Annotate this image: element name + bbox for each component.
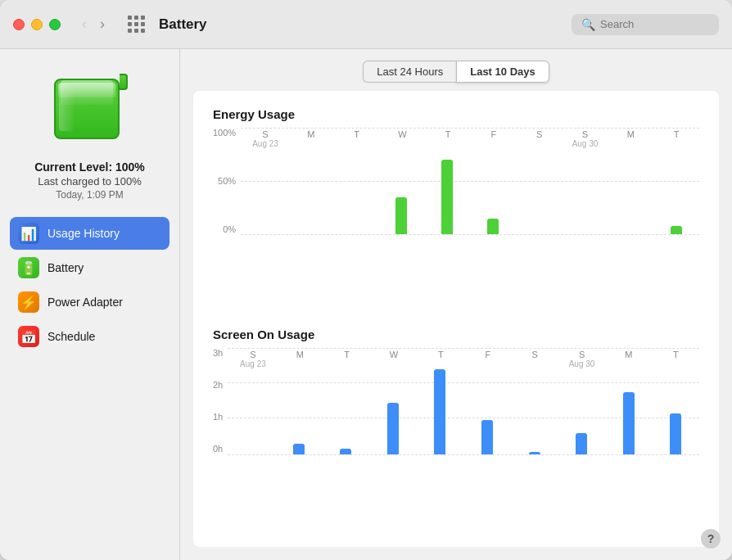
screen-bar [387, 403, 399, 454]
sidebar-item-label-power: Power Adapter [47, 296, 123, 309]
energy-day-group [653, 128, 699, 234]
titlebar: ‹ › Battery 🔍 [0, 0, 732, 49]
screen-y-1h: 1h [213, 412, 223, 422]
screen-chart-section: Screen On Usage 3h 2h 1h 0h [213, 327, 699, 531]
battery-body [54, 79, 120, 139]
screen-day-group [369, 348, 417, 454]
sidebar-item-power-adapter[interactable]: ⚡ Power Adapter [10, 286, 169, 318]
sidebar: Current Level: 100% Last charged to 100%… [0, 49, 180, 560]
close-button[interactable] [13, 19, 25, 30]
traffic-lights [13, 19, 61, 30]
sidebar-item-usage-history[interactable]: 📊 Usage History [10, 217, 169, 250]
search-box[interactable]: 🔍 [572, 14, 719, 35]
search-icon: 🔍 [581, 18, 595, 31]
energy-day-group [241, 128, 287, 234]
minimize-button[interactable] [31, 19, 43, 30]
tab-10d[interactable]: Last 10 Days [456, 61, 549, 83]
energy-bar [487, 219, 499, 235]
energy-chart-title: Energy Usage [213, 107, 699, 121]
sidebar-item-label-usage: Usage History [47, 227, 120, 240]
window-title: Battery [159, 16, 562, 33]
screen-bar [481, 420, 493, 454]
screen-bar [623, 392, 635, 454]
energy-day-group [332, 128, 378, 234]
energy-day-group [424, 128, 470, 234]
nav-arrows: ‹ › [77, 12, 110, 36]
tabs-bar: Last 24 Hours Last 10 Days [180, 49, 732, 91]
battery-icon-wrapper [49, 65, 131, 147]
energy-y-100: 100% [213, 128, 236, 138]
energy-day-group [287, 128, 332, 234]
energy-y-50: 50% [218, 176, 236, 186]
battery-highlight [59, 84, 75, 131]
screen-day-group [511, 348, 558, 454]
screen-day-group [228, 348, 275, 454]
screen-day-group [652, 348, 699, 454]
screen-bars [228, 348, 699, 454]
energy-day-group [470, 128, 516, 234]
app-grid-button[interactable] [123, 11, 149, 38]
battery-graphic [54, 74, 126, 139]
charts-container: Energy Usage 100% 50% 0% [193, 91, 719, 547]
screen-bar [529, 452, 540, 454]
back-button[interactable]: ‹ [77, 12, 92, 36]
screen-day-group [417, 348, 464, 454]
screen-chart-area: 3h 2h 1h 0h [213, 348, 699, 479]
tab-24h[interactable]: Last 24 Hours [363, 61, 456, 83]
energy-day-group [562, 128, 608, 234]
energy-chart-inner: SAug 23MTWTFSSAug 30MT [241, 128, 699, 259]
battery-cap [120, 74, 128, 90]
energy-day-group [378, 128, 424, 234]
energy-chart-area: 100% 50% 0% SA [213, 128, 699, 259]
sidebar-item-schedule[interactable]: 📅 Schedule [10, 320, 169, 353]
power-adapter-icon: ⚡ [18, 291, 39, 313]
screen-chart-title: Screen On Usage [213, 327, 699, 341]
battery-preferences-window: ‹ › Battery 🔍 [0, 0, 732, 560]
screen-y-0h: 0h [213, 444, 223, 454]
screen-chart-inner: SAug 23MTWTFSSAug 30MT [228, 348, 699, 479]
battery-charged: Last charged to 100% [34, 175, 145, 187]
screen-day-group [463, 348, 511, 454]
screen-y-labels: 3h 2h 1h 0h [213, 348, 228, 454]
sidebar-nav: 📊 Usage History 🔋 Battery ⚡ Power Adapte… [10, 217, 169, 355]
main-content: Current Level: 100% Last charged to 100%… [0, 49, 732, 560]
battery-status: Current Level: 100% Last charged to 100%… [34, 160, 145, 201]
battery-level: Current Level: 100% [34, 160, 145, 174]
screen-day-group [605, 348, 653, 454]
forward-button[interactable]: › [95, 12, 110, 36]
sidebar-item-label-battery: Battery [47, 261, 84, 274]
energy-bars [241, 128, 699, 234]
battery-nav-icon: 🔋 [18, 257, 39, 278]
energy-y-0: 0% [223, 224, 236, 234]
schedule-icon: 📅 [18, 326, 39, 347]
help-button[interactable]: ? [701, 529, 721, 549]
sidebar-item-battery[interactable]: 🔋 Battery [10, 251, 169, 284]
maximize-button[interactable] [49, 19, 61, 30]
energy-bar [441, 160, 453, 234]
screen-bar [293, 444, 305, 454]
screen-day-group [558, 348, 605, 454]
energy-day-group [516, 128, 562, 234]
battery-time: Today, 1:09 PM [34, 189, 145, 201]
search-input[interactable] [600, 18, 709, 30]
screen-y-2h: 2h [213, 380, 223, 390]
sidebar-item-label-schedule: Schedule [47, 330, 95, 343]
screen-bar [434, 369, 445, 454]
screen-bar [670, 413, 681, 454]
energy-y-labels: 100% 50% 0% [213, 128, 241, 234]
energy-bar [395, 197, 407, 235]
right-panel: Last 24 Hours Last 10 Days Energy Usage … [180, 49, 732, 560]
usage-history-icon: 📊 [18, 223, 39, 244]
grid-icon [128, 16, 145, 33]
screen-y-3h: 3h [213, 348, 223, 358]
energy-day-group [608, 128, 653, 234]
screen-day-group [275, 348, 323, 454]
energy-chart-section: Energy Usage 100% 50% 0% [213, 107, 699, 311]
screen-bar [340, 449, 351, 454]
screen-bar [576, 433, 587, 454]
energy-bar [671, 226, 682, 234]
screen-day-group [322, 348, 369, 454]
